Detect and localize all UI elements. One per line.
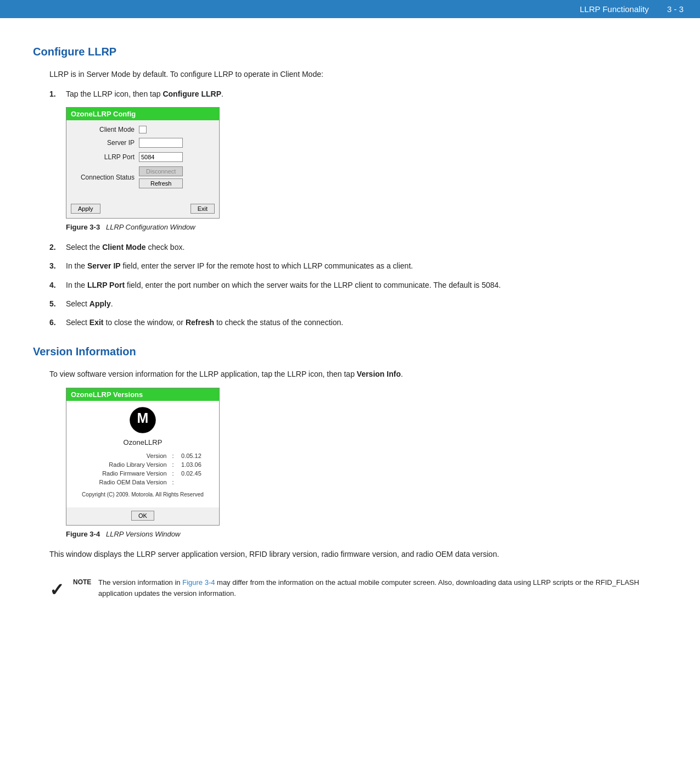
llrp-port-row: LLRP Port [73, 152, 212, 162]
figure-3-4-caption: Figure 3-4 LLRP Versions Window [66, 530, 667, 538]
llrp-port-input[interactable] [139, 152, 183, 162]
version-colon-1: : [170, 461, 178, 468]
step-3-text: In the Server IP field, enter the server… [66, 260, 667, 272]
step-1-num: 1. [49, 88, 66, 100]
version-colon-2: : [170, 470, 178, 477]
config-window-buttons: Apply Exit [66, 202, 219, 218]
note-checkmark: ✓ [49, 577, 64, 600]
version-intro-text: To view software version information for… [49, 370, 357, 378]
exit-button[interactable]: Exit [191, 204, 215, 214]
connection-status-label: Connection Status [73, 174, 139, 181]
ok-button[interactable]: OK [131, 511, 154, 521]
motorola-logo: M [129, 406, 156, 434]
step-1: 1. Tap the LLRP icon, then tap Configure… [49, 88, 667, 100]
step-2-text: Select the Client Mode check box. [66, 241, 667, 253]
refresh-button[interactable]: Refresh [139, 178, 183, 188]
version-value-2: 0.02.45 [179, 470, 211, 477]
step-5-text: Select Apply. [66, 298, 667, 310]
figure-3-3-label: Figure 3-3 [66, 223, 100, 231]
figure-3-3-container: OzoneLLRP Config Client Mode Server IP L… [66, 107, 667, 231]
versions-window-body: M OzoneLLRP Version : 0.05.12 Radio Libr… [66, 401, 219, 507]
configure-llrp-intro: LLRP is in Server Mode by default. To co… [49, 68, 667, 80]
header-bar: LLRP Functionality 3 - 3 [0, 0, 700, 18]
server-ip-input[interactable] [139, 138, 183, 148]
connection-status-row: Connection Status Disconnect Refresh [73, 166, 212, 188]
version-label-0: Version [74, 452, 169, 460]
server-ip-label: Server IP [73, 139, 139, 147]
step-6: 6. Select Exit to close the window, or R… [49, 316, 667, 328]
version-value-3 [179, 478, 211, 486]
note-figure-link[interactable]: Figure 3-4 [182, 578, 215, 586]
version-value-1: 1.03.06 [179, 461, 211, 468]
note-label: NOTE [73, 577, 93, 586]
version-row-1: Radio Library Version : 1.03.06 [74, 461, 211, 468]
step-3: 3. In the Server IP field, enter the ser… [49, 260, 667, 272]
version-row-0: Version : 0.05.12 [74, 452, 211, 460]
version-information-heading: Version Information [33, 345, 667, 358]
note-content: NOTE The version information in Figure 3… [73, 577, 667, 600]
version-label-2: Radio Firmware Version [74, 470, 169, 477]
configure-llrp-section: Configure LLRP LLRP is in Server Mode by… [33, 46, 667, 329]
step-6-num: 6. [49, 316, 66, 328]
step-1-text: Tap the LLRP icon, then tap Configure LL… [66, 88, 667, 100]
version-colon-0: : [170, 452, 178, 460]
config-window: OzoneLLRP Config Client Mode Server IP L… [66, 107, 220, 219]
version-colon-3: : [170, 478, 178, 486]
step-4: 4. In the LLRP Port field, enter the por… [49, 279, 667, 291]
figure-3-3-caption: Figure 3-3 LLRP Configuration Window [66, 223, 667, 231]
client-mode-label: Client Mode [73, 126, 139, 133]
step-2-num: 2. [49, 241, 66, 253]
version-label-3: Radio OEM Data Version [74, 478, 169, 486]
step-3-num: 3. [49, 260, 66, 272]
apply-button[interactable]: Apply [71, 204, 100, 214]
configure-llrp-heading: Configure LLRP [33, 46, 667, 58]
figure-3-4-container: OzoneLLRP Versions M OzoneLLRP Version [66, 388, 667, 538]
version-row-2: Radio Firmware Version : 0.02.45 [74, 470, 211, 477]
version-information-intro: To view software version information for… [49, 368, 667, 380]
figure-3-4-label: Figure 3-4 [66, 530, 100, 538]
version-information-section: Version Information To view software ver… [33, 345, 667, 600]
versions-window: OzoneLLRP Versions M OzoneLLRP Version [66, 388, 220, 526]
versions-app-name: OzoneLLRP [73, 438, 212, 446]
step-5-num: 5. [49, 298, 66, 310]
versions-window-title: OzoneLLRP Versions [66, 388, 219, 401]
note-text-before: The version information in [98, 578, 182, 586]
step-2: 2. Select the Client Mode check box. [49, 241, 667, 253]
versions-buttons: OK [66, 507, 219, 525]
step-4-num: 4. [49, 279, 66, 291]
step-6-text: Select Exit to close the window, or Refr… [66, 316, 667, 328]
figure-3-4-text: LLRP Versions Window [106, 530, 180, 538]
llrp-port-label: LLRP Port [73, 153, 139, 161]
header-title: LLRP Functionality [580, 4, 649, 14]
step-5: 5. Select Apply. [49, 298, 667, 310]
disconnect-button[interactable]: Disconnect [139, 166, 183, 176]
step-4-text: In the LLRP Port field, enter the port n… [66, 279, 667, 291]
version-intro-suffix: . [401, 370, 403, 378]
config-window-body: Client Mode Server IP LLRP Port [66, 120, 219, 198]
client-mode-checkbox[interactable] [139, 126, 147, 133]
header-page: 3 - 3 [667, 4, 684, 14]
versions-copyright: Copyright (C) 2009. Motorola. All Rights… [73, 491, 212, 498]
config-window-title: OzoneLLRP Config [66, 108, 219, 120]
svg-text:M: M [137, 410, 149, 426]
note-box: ✓ NOTE The version information in Figure… [49, 577, 667, 600]
version-value-0: 0.05.12 [179, 452, 211, 460]
version-description: This window displays the LLRP server app… [49, 548, 667, 560]
client-mode-row: Client Mode [73, 126, 212, 133]
disconnect-refresh-group: Disconnect Refresh [139, 166, 183, 188]
version-label-1: Radio Library Version [74, 461, 169, 468]
version-info-bold: Version Info [357, 370, 401, 378]
versions-table: Version : 0.05.12 Radio Library Version … [73, 451, 212, 487]
server-ip-row: Server IP [73, 138, 212, 148]
version-row-3: Radio OEM Data Version : [74, 478, 211, 486]
main-content: Configure LLRP LLRP is in Server Mode by… [0, 18, 700, 643]
figure-3-3-text: LLRP Configuration Window [106, 223, 195, 231]
note-text: The version information in Figure 3-4 ma… [98, 577, 667, 600]
